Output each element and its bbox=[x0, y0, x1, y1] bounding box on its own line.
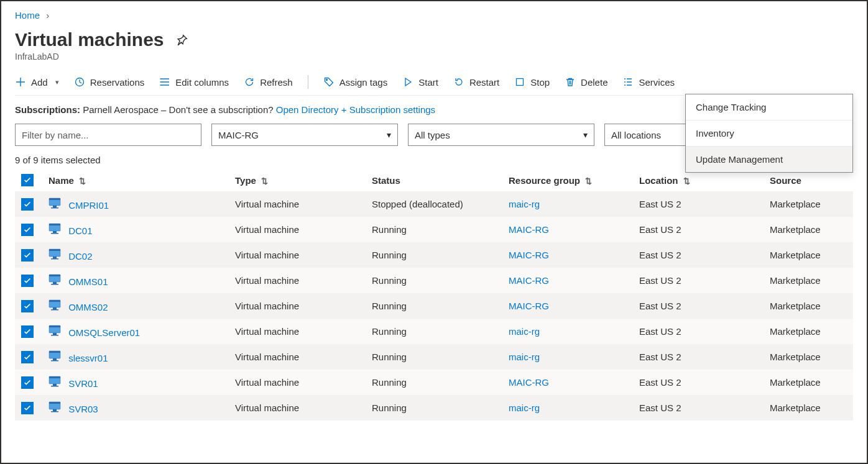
vm-type: Virtual machine bbox=[229, 217, 366, 242]
resource-group-link[interactable]: MAIC-RG bbox=[509, 250, 549, 260]
assign-tags-button[interactable]: Assign tags bbox=[323, 76, 388, 88]
vm-location: East US 2 bbox=[633, 217, 764, 242]
table-row[interactable]: CMPRI01 Virtual machine Stopped (dealloc… bbox=[15, 191, 853, 217]
table-row[interactable]: OMSQLServer01 Virtual machine Running ma… bbox=[15, 319, 853, 344]
services-dropdown: Change Tracking Inventory Update Managem… bbox=[685, 94, 853, 173]
row-checkbox[interactable] bbox=[21, 249, 34, 262]
vm-name-link[interactable]: SVR03 bbox=[68, 404, 98, 414]
pin-icon[interactable] bbox=[174, 32, 190, 48]
svg-rect-38 bbox=[51, 411, 58, 412]
vm-name-link[interactable]: slessvr01 bbox=[68, 353, 108, 363]
play-icon bbox=[402, 76, 413, 88]
menu-item-inventory[interactable]: Inventory bbox=[686, 121, 852, 147]
clock-icon bbox=[74, 76, 85, 88]
vm-name-link[interactable]: OMMS02 bbox=[68, 302, 108, 312]
vm-name-link[interactable]: CMPRI01 bbox=[68, 200, 109, 211]
svg-rect-26 bbox=[51, 335, 58, 336]
vm-name-link[interactable]: OMMS01 bbox=[68, 276, 108, 287]
directory-name: InfraLabAD bbox=[15, 52, 853, 61]
delete-button[interactable]: Delete bbox=[565, 76, 607, 88]
breadcrumb-home[interactable]: Home bbox=[15, 10, 40, 20]
row-checkbox[interactable] bbox=[21, 402, 34, 414]
vm-name-link[interactable]: DC02 bbox=[68, 251, 92, 262]
refresh-button[interactable]: Refresh bbox=[244, 76, 293, 88]
vm-name-link[interactable]: DC01 bbox=[68, 225, 92, 236]
reservations-button[interactable]: Reservations bbox=[74, 76, 145, 88]
services-label: Services bbox=[639, 77, 675, 88]
row-checkbox[interactable] bbox=[21, 376, 34, 389]
restart-icon bbox=[453, 76, 464, 88]
chevron-down-icon: ▾ bbox=[583, 130, 588, 140]
edit-columns-button[interactable]: Edit columns bbox=[159, 76, 229, 88]
vm-icon bbox=[48, 248, 61, 260]
row-checkbox[interactable] bbox=[21, 325, 34, 338]
vm-name-link[interactable]: OMSQLServer01 bbox=[68, 327, 140, 338]
resource-group-link[interactable]: MAIC-RG bbox=[509, 301, 549, 311]
services-button[interactable]: Services bbox=[622, 76, 675, 88]
vm-source: Marketplace bbox=[764, 319, 853, 344]
table-row[interactable]: SVR03 Virtual machine Running maic-rg Ea… bbox=[15, 395, 853, 421]
refresh-label: Refresh bbox=[260, 77, 293, 88]
table-row[interactable]: OMMS01 Virtual machine Running MAIC-RG E… bbox=[15, 268, 853, 293]
resource-group-link[interactable]: maic-rg bbox=[509, 326, 540, 337]
col-type-header[interactable]: Type ⇅ bbox=[229, 169, 366, 191]
open-directory-link[interactable]: Open Directory + Subscription settings bbox=[276, 104, 435, 115]
restart-button[interactable]: Restart bbox=[453, 76, 499, 88]
vm-type: Virtual machine bbox=[229, 268, 366, 293]
vm-type: Virtual machine bbox=[229, 191, 366, 217]
add-button[interactable]: Add ▾ bbox=[15, 76, 59, 88]
vm-source: Marketplace bbox=[764, 242, 853, 268]
col-status-header[interactable]: Status bbox=[366, 169, 502, 191]
vm-type: Virtual machine bbox=[229, 395, 366, 421]
svg-rect-33 bbox=[53, 384, 57, 386]
svg-rect-29 bbox=[53, 358, 57, 360]
page-title: Virtual machines bbox=[15, 29, 164, 50]
resource-group-link[interactable]: maic-rg bbox=[509, 403, 540, 413]
resource-group-link[interactable]: maic-rg bbox=[509, 199, 540, 209]
filter-types-value: All types bbox=[415, 130, 450, 140]
vm-location: East US 2 bbox=[633, 242, 764, 268]
resource-group-link[interactable]: maic-rg bbox=[509, 352, 540, 362]
row-checkbox[interactable] bbox=[21, 224, 34, 236]
row-checkbox[interactable] bbox=[21, 351, 34, 363]
table-row[interactable]: OMMS02 Virtual machine Running MAIC-RG E… bbox=[15, 293, 853, 319]
toolbar-separator bbox=[308, 75, 308, 89]
menu-item-update-management[interactable]: Update Management bbox=[686, 147, 852, 172]
vm-icon bbox=[48, 350, 61, 362]
svg-rect-18 bbox=[51, 284, 58, 285]
vm-location: East US 2 bbox=[633, 319, 764, 344]
vm-type: Virtual machine bbox=[229, 293, 366, 319]
start-button[interactable]: Start bbox=[402, 76, 438, 88]
vm-name-link[interactable]: SVR01 bbox=[68, 378, 98, 389]
header-checkbox[interactable] bbox=[15, 169, 42, 191]
vm-source: Marketplace bbox=[764, 293, 853, 319]
filter-types[interactable]: All types ▾ bbox=[408, 124, 594, 146]
col-rg-header[interactable]: Resource group ⇅ bbox=[502, 169, 633, 191]
col-name-header[interactable]: Name ⇅ bbox=[42, 169, 229, 191]
vm-status: Running bbox=[366, 370, 502, 395]
row-checkbox[interactable] bbox=[21, 198, 34, 211]
vm-type: Virtual machine bbox=[229, 242, 366, 268]
resource-group-link[interactable]: MAIC-RG bbox=[509, 224, 549, 235]
svg-rect-4 bbox=[49, 198, 60, 200]
vm-type: Virtual machine bbox=[229, 370, 366, 395]
table-row[interactable]: DC01 Virtual machine Running MAIC-RG Eas… bbox=[15, 217, 853, 242]
breadcrumb: Home › bbox=[15, 10, 853, 20]
subscriptions-value: Parnell Aerospace bbox=[83, 104, 159, 115]
stop-button[interactable]: Stop bbox=[514, 76, 550, 88]
stop-icon bbox=[514, 76, 525, 88]
row-checkbox[interactable] bbox=[21, 300, 34, 312]
svg-rect-21 bbox=[53, 307, 57, 309]
table-row[interactable]: DC02 Virtual machine Running MAIC-RG Eas… bbox=[15, 242, 853, 268]
filter-resource-group[interactable]: MAIC-RG ▾ bbox=[211, 124, 398, 146]
menu-item-change-tracking[interactable]: Change Tracking bbox=[686, 94, 852, 121]
resource-group-link[interactable]: MAIC-RG bbox=[509, 377, 549, 388]
table-row[interactable]: slessvr01 Virtual machine Running maic-r… bbox=[15, 344, 853, 370]
row-checkbox[interactable] bbox=[21, 275, 34, 287]
svg-rect-10 bbox=[51, 233, 58, 234]
resource-group-link[interactable]: MAIC-RG bbox=[509, 275, 549, 286]
filter-name-input[interactable]: Filter by name... bbox=[15, 124, 201, 146]
vm-source: Marketplace bbox=[764, 268, 853, 293]
table-row[interactable]: SVR01 Virtual machine Running MAIC-RG Ea… bbox=[15, 370, 853, 395]
svg-rect-22 bbox=[51, 309, 58, 311]
